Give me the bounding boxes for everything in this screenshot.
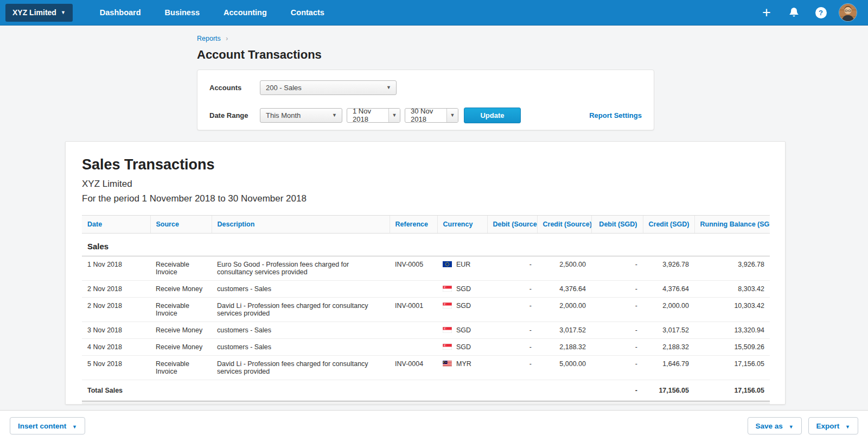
nav-right-icons: + ? bbox=[749, 3, 857, 22]
cell-credit-sgd: 2,000.00 bbox=[643, 298, 694, 322]
cell-credit-source: 5,000.00 bbox=[537, 356, 591, 380]
grand-total-debit-sgd: - bbox=[591, 401, 643, 405]
cell-currency: SGD bbox=[437, 281, 487, 298]
cell-running-balance: 17,156.05 bbox=[694, 356, 770, 380]
col-header-debit-sgd[interactable]: Debit (SGD) bbox=[591, 216, 643, 234]
currency-code: MYR bbox=[456, 360, 471, 368]
nav-item-business[interactable]: Business bbox=[156, 0, 208, 26]
footer-action-bar: Insert content ▼ Save as ▼ Export ▼ bbox=[0, 410, 868, 441]
transactions-table: Date Source Description Reference Curren… bbox=[82, 215, 770, 405]
col-header-credit-source[interactable]: Credit (Source) bbox=[537, 216, 591, 234]
cell-reference: INV-0001 bbox=[390, 298, 437, 322]
help-icon[interactable]: ? bbox=[812, 3, 830, 22]
table-header-row: Date Source Description Reference Curren… bbox=[82, 216, 770, 234]
col-header-description[interactable]: Description bbox=[212, 216, 390, 234]
export-button[interactable]: Export ▼ bbox=[808, 417, 858, 434]
org-switcher-button[interactable]: XYZ Limited ▼ bbox=[5, 4, 73, 22]
date-range-select[interactable]: This Month ▼ bbox=[260, 108, 342, 123]
plus-icon[interactable]: + bbox=[757, 3, 776, 22]
insert-content-label: Insert content bbox=[18, 422, 66, 430]
report-title: Sales Transactions bbox=[82, 156, 769, 173]
date-to-picker[interactable]: 30 Nov 2018 ▼ bbox=[405, 108, 458, 123]
table-row[interactable]: 2 Nov 2018Receive Moneycustomers - Sales… bbox=[82, 281, 770, 298]
cell-credit-sgd: 1,646.79 bbox=[643, 356, 694, 380]
chevron-down-icon: ▼ bbox=[61, 10, 66, 15]
col-header-running-balance[interactable]: Running Balance (SGD) bbox=[694, 216, 770, 234]
cell-currency: SGD bbox=[437, 339, 487, 356]
cell-running-balance: 10,303.42 bbox=[694, 298, 770, 322]
nav-item-contacts[interactable]: Contacts bbox=[282, 0, 333, 26]
save-as-label: Save as bbox=[756, 422, 783, 430]
total-sales-label: Total Sales bbox=[82, 380, 591, 401]
nav-item-dashboard[interactable]: Dashboard bbox=[91, 0, 150, 26]
chevron-down-icon: ▼ bbox=[845, 424, 850, 430]
cell-credit-source: 2,000.00 bbox=[537, 298, 591, 322]
flag-sgd-icon bbox=[443, 343, 456, 351]
accounts-select-value: 200 - Sales bbox=[266, 84, 302, 92]
bell-icon[interactable] bbox=[784, 3, 803, 22]
table-row[interactable]: 2 Nov 2018Receivable InvoiceDavid Li - P… bbox=[82, 298, 770, 322]
cell-source: Receive Money bbox=[150, 322, 212, 339]
cell-currency: EUR bbox=[437, 256, 487, 281]
col-header-debit-source[interactable]: Debit (Source) bbox=[487, 216, 537, 234]
cell-debit-source: - bbox=[487, 281, 537, 298]
col-header-date[interactable]: Date bbox=[82, 216, 150, 234]
col-header-credit-sgd[interactable]: Credit (SGD) bbox=[643, 216, 694, 234]
col-header-currency[interactable]: Currency bbox=[437, 216, 487, 234]
flag-sgd-icon bbox=[443, 326, 456, 334]
cell-running-balance: 3,926.78 bbox=[694, 256, 770, 281]
report-settings-link[interactable]: Report Settings bbox=[589, 111, 642, 119]
chevron-down-icon: ▼ bbox=[332, 112, 337, 118]
save-as-button[interactable]: Save as ▼ bbox=[748, 417, 802, 434]
avatar[interactable] bbox=[839, 3, 857, 22]
col-header-source[interactable]: Source bbox=[150, 216, 212, 234]
cell-credit-sgd: 3,017.52 bbox=[643, 322, 694, 339]
report-header-area: Reports › Account Transactions Accounts … bbox=[0, 26, 868, 62]
currency-code: SGD bbox=[456, 302, 471, 310]
cell-source: Receive Money bbox=[150, 281, 212, 298]
report-card: Sales Transactions XYZ Limited For the p… bbox=[65, 141, 786, 405]
flag-eur-icon bbox=[443, 261, 456, 268]
cell-credit-source: 4,376.64 bbox=[537, 281, 591, 298]
breadcrumb-reports-link[interactable]: Reports bbox=[197, 35, 221, 42]
flag-sgd-icon bbox=[443, 285, 456, 293]
flag-myr-icon bbox=[443, 360, 456, 368]
cell-source: Receivable Invoice bbox=[150, 356, 212, 380]
cell-currency: SGD bbox=[437, 298, 487, 322]
table-row[interactable]: 5 Nov 2018Receivable InvoiceDavid Li - P… bbox=[82, 356, 770, 380]
chevron-down-icon: ▼ bbox=[386, 85, 391, 90]
cell-date: 3 Nov 2018 bbox=[82, 322, 150, 339]
col-header-reference[interactable]: Reference bbox=[390, 216, 437, 234]
cell-debit-source: - bbox=[487, 339, 537, 356]
chevron-down-icon: ▼ bbox=[388, 109, 400, 122]
grand-total-row: Total - 17,156.05 (17,156.05) bbox=[82, 401, 770, 405]
table-row[interactable]: 1 Nov 2018Receivable InvoiceEuro So Good… bbox=[82, 256, 770, 281]
cell-description: Euro So Good - Profession fees charged f… bbox=[212, 256, 390, 281]
cell-reference: INV-0004 bbox=[390, 356, 437, 380]
update-button[interactable]: Update bbox=[464, 108, 521, 123]
date-range-label: Date Range bbox=[209, 111, 252, 119]
insert-content-button[interactable]: Insert content ▼ bbox=[10, 417, 85, 434]
nav-item-accounting[interactable]: Accounting bbox=[215, 0, 276, 26]
total-sales-debit-sgd: - bbox=[591, 380, 643, 401]
cell-debit-sgd: - bbox=[591, 281, 643, 298]
currency-code: SGD bbox=[456, 285, 471, 293]
chevron-down-icon: ▼ bbox=[789, 424, 794, 430]
cell-debit-source: - bbox=[487, 356, 537, 380]
table-row[interactable]: 4 Nov 2018Receive Moneycustomers - Sales… bbox=[82, 339, 770, 356]
date-from-picker[interactable]: 1 Nov 2018 ▼ bbox=[347, 108, 400, 123]
cell-debit-source: - bbox=[487, 322, 537, 339]
cell-reference bbox=[390, 281, 437, 298]
cell-debit-source: - bbox=[487, 256, 537, 281]
table-row[interactable]: 3 Nov 2018Receive Moneycustomers - Sales… bbox=[82, 322, 770, 339]
currency-code: EUR bbox=[456, 261, 470, 268]
date-from-value: 1 Nov 2018 bbox=[347, 109, 388, 122]
cell-reference bbox=[390, 322, 437, 339]
cell-description: customers - Sales bbox=[212, 281, 390, 298]
cell-reference: INV-0005 bbox=[390, 256, 437, 281]
cell-credit-source: 2,188.32 bbox=[537, 339, 591, 356]
accounts-select[interactable]: 200 - Sales ▼ bbox=[260, 80, 397, 95]
cell-description: David Li - Profession fees charged for c… bbox=[212, 356, 390, 380]
cell-credit-source: 2,500.00 bbox=[537, 256, 591, 281]
cell-credit-sgd: 4,376.64 bbox=[643, 281, 694, 298]
